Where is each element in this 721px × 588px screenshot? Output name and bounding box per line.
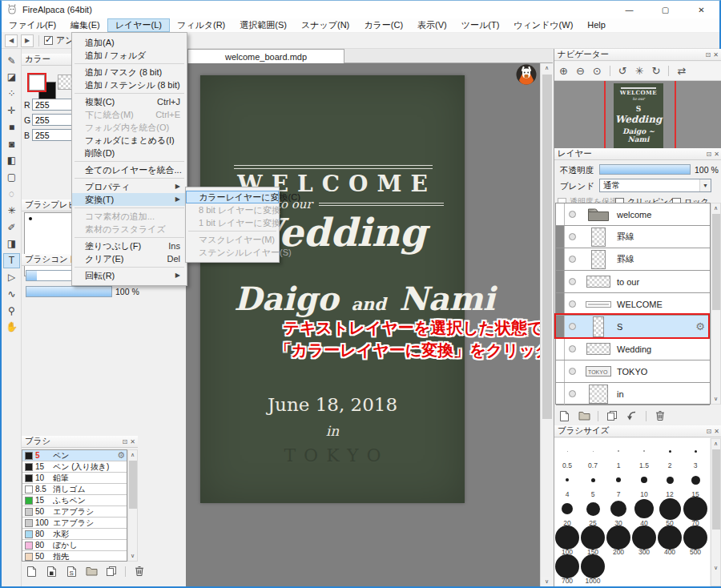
brush-size-15[interactable]: 15 <box>683 470 708 499</box>
brush-size-scrollbar[interactable]: ∧ ∨ <box>711 438 721 586</box>
float-panel-icon[interactable]: ⊡ <box>706 51 711 58</box>
layer-list-scrollbar[interactable]: ∧ ∨ <box>711 203 721 405</box>
layer-visibility-icon[interactable] <box>569 300 576 308</box>
brush-opacity-slider[interactable] <box>26 286 112 297</box>
zoom-in-icon[interactable]: ⊕ <box>559 65 568 77</box>
canvas-scroll-up-icon[interactable]: ∧ <box>541 63 553 73</box>
close-button[interactable]: ✕ <box>683 1 719 18</box>
layer-menu-item-9[interactable]: フォルダにまとめる(I) <box>72 134 187 147</box>
brush-size-50[interactable]: 50 <box>657 499 683 528</box>
brush-item-8[interactable]: 80ぼかし <box>22 540 127 551</box>
layer-menu-item-7[interactable]: 下に統合(M)Ctrl+E <box>72 108 187 121</box>
pen-tool[interactable]: ✎ <box>3 53 20 68</box>
float-panel-icon[interactable]: ⊡ <box>123 438 128 445</box>
scroll-down-icon[interactable]: ∨ <box>128 551 137 561</box>
brush-list-scrollbar[interactable]: ∧ ∨ <box>127 449 138 562</box>
submenu-item-5[interactable]: ステンシルレイヤー(S) <box>186 246 279 259</box>
g-input[interactable] <box>32 114 72 126</box>
new-bitmap-brush-icon[interactable] <box>45 565 58 578</box>
scroll-up-icon[interactable]: ∧ <box>711 203 720 213</box>
brush-item-7[interactable]: 80水彩 <box>22 529 127 540</box>
brush-size-400[interactable]: 400 <box>657 528 683 557</box>
brush-size-25[interactable]: 25 <box>580 499 606 528</box>
brush-size-40[interactable]: 40 <box>631 499 657 528</box>
layer-row-TOKYO[interactable]: TOKYOTOKYO <box>556 360 710 383</box>
scroll-down-icon[interactable]: ∨ <box>711 394 720 404</box>
brush-item-0[interactable]: 5ペン⚙ <box>22 450 127 461</box>
new-layer-icon[interactable] <box>558 409 570 422</box>
canvas-scroll-down-icon[interactable]: ∨ <box>541 577 553 586</box>
rotate-right-icon[interactable]: ↻ <box>652 65 661 77</box>
layer-visibility-icon[interactable] <box>569 368 576 375</box>
text-tool[interactable]: T <box>3 253 20 268</box>
layer-row-罫線[interactable]: 罫線 <box>556 248 710 271</box>
gradient-tool[interactable]: ◧ <box>3 153 20 168</box>
layer-row-welcome[interactable]: welcome <box>556 203 710 226</box>
menubar-item-8[interactable]: ツール(T) <box>454 18 507 32</box>
layer-row-Wedding[interactable]: Wedding <box>556 338 710 360</box>
close-panel-icon[interactable]: ✕ <box>713 51 719 58</box>
lasso-tool[interactable]: ◌ <box>3 186 20 201</box>
menubar-item-4[interactable]: 選択範囲(S) <box>232 18 294 32</box>
brush-item-6[interactable]: 100エアブラシ <box>22 518 127 529</box>
scroll-up-icon[interactable]: ∧ <box>711 439 720 449</box>
submenu-item-2[interactable]: 1 bit レイヤーに変換 <box>186 216 279 229</box>
layer-row-罫線[interactable]: 罫線 <box>556 226 710 248</box>
brush-size-5[interactable]: 5 <box>580 470 606 499</box>
layer-menu-item-20[interactable]: 塗りつぶし(F)Ins <box>72 240 187 252</box>
opacity-slider[interactable] <box>599 164 691 175</box>
layer-visibility-icon[interactable] <box>569 278 576 285</box>
brush-size-200[interactable]: 200 <box>606 528 631 557</box>
brush-size-3[interactable]: 3 <box>683 441 708 470</box>
float-panel-icon[interactable]: ⊡ <box>707 151 712 158</box>
brush-item-1[interactable]: 15ペン (入り抜き) <box>22 461 127 473</box>
select-eraser-tool[interactable]: ◨ <box>3 236 20 252</box>
layer-menu-item-10[interactable]: 削除(D) <box>72 147 187 159</box>
brush-folder-icon[interactable] <box>85 565 98 578</box>
antialias-checkbox[interactable] <box>44 36 53 45</box>
bucket-tool[interactable]: ◙ <box>3 136 20 151</box>
menubar-item-0[interactable]: ファイル(F) <box>2 18 63 32</box>
layer-menu-item-23[interactable]: 回転(R)▶ <box>72 269 187 282</box>
flip-icon[interactable]: ⇄ <box>677 65 686 77</box>
close-panel-icon[interactable]: ✕ <box>714 428 719 435</box>
brush-item-9[interactable]: 50指先 <box>22 551 127 562</box>
delete-layer-icon[interactable] <box>654 409 667 422</box>
hand-tool[interactable]: ✋ <box>3 320 20 335</box>
menubar-item-1[interactable]: 編集(E) <box>63 18 107 32</box>
brush-size-30[interactable]: 30 <box>606 499 631 528</box>
layer-visibility-icon[interactable] <box>569 256 576 263</box>
duplicate-layer-icon[interactable] <box>606 409 618 422</box>
merge-down-icon[interactable] <box>626 409 638 422</box>
curve-tool[interactable]: ∿ <box>3 286 20 301</box>
brush-size-300[interactable]: 300 <box>631 528 657 557</box>
brush-size-100[interactable]: 100 <box>554 528 580 557</box>
new-brush-icon[interactable] <box>25 565 38 578</box>
blend-select[interactable]: 通常 ▼ <box>599 179 711 192</box>
minimize-button[interactable]: — <box>611 1 647 18</box>
brush-size-0.7[interactable]: 0.7 <box>580 441 606 470</box>
brush-size-70[interactable]: 70 <box>683 499 708 528</box>
brush-item-5[interactable]: 50エアブラシ <box>22 506 127 518</box>
brush-item-2[interactable]: 10鉛筆 <box>22 473 127 484</box>
layer-menu-item-6[interactable]: 複製(C)Ctrl+J <box>72 95 187 108</box>
select-pen-tool[interactable]: ✐ <box>3 219 20 235</box>
canvas-surface[interactable]: WELCOME to our Wedding Daigo and Nami Ju… <box>186 63 553 586</box>
menubar-item-6[interactable]: カラー(C) <box>356 18 410 32</box>
layer-visibility-icon[interactable] <box>569 390 576 397</box>
brush-size-700[interactable]: 700 <box>554 557 580 586</box>
brush-size-500[interactable]: 500 <box>683 528 708 557</box>
layer-menu-item-4[interactable]: 追加 / ステンシル (8 bit) <box>72 79 187 91</box>
layer-visibility-icon[interactable] <box>569 323 576 330</box>
layer-row-in[interactable]: in <box>556 383 710 405</box>
menubar-item-2[interactable]: レイヤー(L) <box>107 18 170 32</box>
layer-row-S[interactable]: S⚙ <box>556 316 710 338</box>
menubar-item-9[interactable]: ウィンドウ(W) <box>506 18 580 32</box>
layer-menu-item-0[interactable]: 追加(A) <box>72 36 187 49</box>
layer-menu-item-15[interactable]: 変換(T)▶ <box>72 193 187 206</box>
canvas-vscrollbar[interactable]: ∧ ∨ <box>540 63 553 586</box>
layer-menu-item-18[interactable]: 素材のラスタライズ <box>72 223 187 236</box>
float-panel-icon[interactable]: ⊡ <box>707 428 712 435</box>
layer-visibility-icon[interactable] <box>569 345 576 352</box>
rotate-reset-icon[interactable]: ✳ <box>635 65 644 77</box>
